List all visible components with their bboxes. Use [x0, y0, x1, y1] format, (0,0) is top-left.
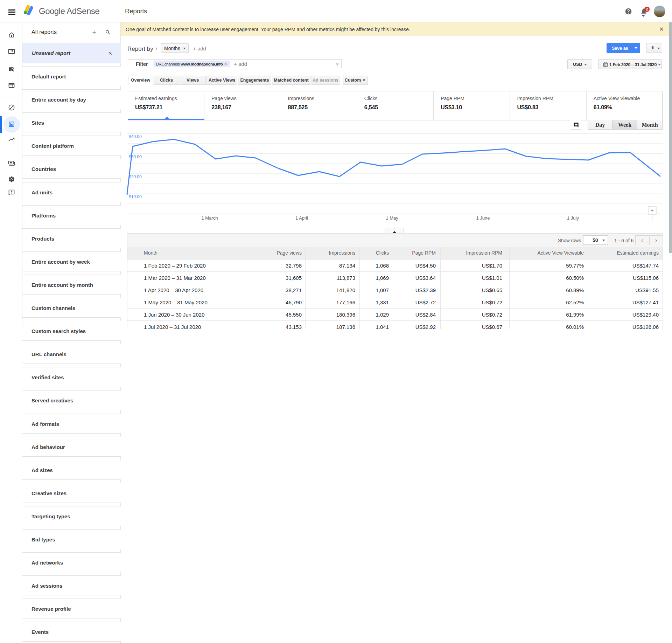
svg-text:$20.00: $20.00	[129, 174, 142, 179]
svg-text:1 July: 1 July	[567, 215, 579, 221]
svg-text:+: +	[651, 208, 653, 213]
svg-text:1 March: 1 March	[202, 215, 218, 221]
svg-text:1 May: 1 May	[386, 215, 398, 221]
svg-text:$10.00: $10.00	[129, 194, 142, 199]
svg-text:1 June: 1 June	[476, 215, 490, 221]
svg-text:1 April: 1 April	[295, 215, 308, 221]
svg-text:$40.00: $40.00	[129, 134, 142, 139]
